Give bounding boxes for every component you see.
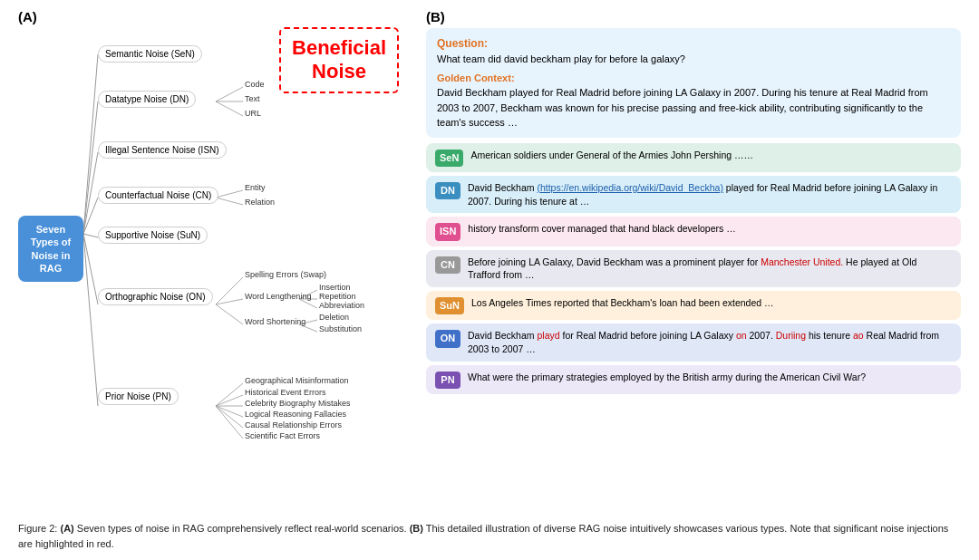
sun-badge: SuN <box>435 297 464 314</box>
on-text: David Beckham playd for Real Madrid befo… <box>468 329 952 355</box>
sen-badge: SeN <box>435 150 463 167</box>
isn-row: ISN history transform cover managed that… <box>426 217 961 246</box>
tree-area: Seven Types of Noise in RAG Semantic Noi… <box>18 25 399 460</box>
panel-b-label: (B) <box>426 9 961 24</box>
pn-text: What were the primary strategies employe… <box>468 371 952 384</box>
golden-label: Golden Context: <box>437 71 950 86</box>
on-ws: Word Shortening <box>245 317 305 326</box>
dn-badge: DN <box>435 182 460 199</box>
svg-line-20 <box>216 383 243 406</box>
sun-node: Supportive Noise (SuN) <box>98 227 208 244</box>
svg-line-12 <box>216 277 243 304</box>
svg-line-21 <box>216 395 243 406</box>
panel-b: (B) Question: What team did david beckha… <box>417 9 961 517</box>
caption: Figure 2: (A) Seven types of noise in RA… <box>18 521 961 551</box>
cn-relation: Relation <box>245 198 275 207</box>
dn-code: Code <box>245 80 265 89</box>
svg-line-10 <box>216 190 243 198</box>
sen-node: Semantic Noise (SeN) <box>98 45 202 63</box>
svg-line-2 <box>83 152 98 234</box>
on-badge: ON <box>435 330 460 347</box>
pn-logic: Logical Reasoning Fallacies <box>245 410 346 419</box>
cn-row: CN Before joining LA Galaxy, David Beckh… <box>426 250 961 287</box>
sun-row: SuN Los Angeles Times reported that Beck… <box>426 291 961 320</box>
main-container: (A) BeneficialNoise <box>0 0 979 560</box>
sun-text: Los Angeles Times reported that Beckham'… <box>471 296 952 310</box>
question-text: What team did david beckham play for bef… <box>437 52 950 67</box>
sen-text: American soldiers under General of the A… <box>470 149 952 162</box>
wl-insertion: Insertion <box>319 283 351 292</box>
sen-row: SeN American soldiers under General of t… <box>426 143 961 172</box>
dn-link: (https://en.wikipedia.org/wiki/David_Bec… <box>537 182 722 193</box>
question-label: Question: <box>437 35 950 52</box>
wl-abbrev: Abbreviation <box>319 301 364 310</box>
pn-causal: Causal Relationship Errors <box>245 420 342 430</box>
caption-b-bold: (B) <box>410 523 423 534</box>
pn-geo: Geographical Misinformation <box>245 376 349 385</box>
panel-a: (A) BeneficialNoise <box>18 9 408 517</box>
svg-line-4 <box>83 234 98 237</box>
cn-entity: Entity <box>245 183 266 192</box>
cn-text: Before joining LA Galaxy, David Beckham … <box>468 256 952 282</box>
svg-line-17 <box>216 304 243 324</box>
svg-line-11 <box>216 198 243 205</box>
on-playd: playd <box>537 330 559 341</box>
content-row: (A) BeneficialNoise <box>18 9 961 517</box>
panel-a-label: (A) <box>18 9 37 24</box>
cn-badge: CN <box>435 256 460 274</box>
isn-node: Illegal Sentence Noise (ISN) <box>98 141 227 159</box>
wl-repetition: Repetition <box>319 292 356 301</box>
dn-row: DN David Beckham (https://en.wikipedia.o… <box>426 176 961 213</box>
svg-line-13 <box>216 299 243 304</box>
pn-node: Prior Noise (PN) <box>98 388 179 405</box>
ws-subst: Substitution <box>319 324 362 333</box>
pn-row: PN What were the primary strategies empl… <box>426 365 961 394</box>
cn-highlight: Manchester United. <box>761 256 843 267</box>
on-wl: Word Lengthening <box>245 292 311 301</box>
dn-url: URL <box>245 109 261 118</box>
svg-line-24 <box>216 406 243 428</box>
svg-line-1 <box>83 101 98 234</box>
golden-text: David Beckham played for Real Madrid bef… <box>437 85 950 130</box>
svg-line-23 <box>216 406 243 417</box>
root-node: Seven Types of Noise in RAG <box>18 216 83 282</box>
ws-deletion: Deletion <box>319 313 349 322</box>
svg-line-9 <box>216 101 243 116</box>
caption-a-bold: (A) <box>60 523 73 534</box>
isn-text: history transform cover managed that han… <box>468 222 952 236</box>
dn-node: Datatype Noise (DN) <box>98 91 196 108</box>
on-row: ON David Beckham playd for Real Madrid b… <box>426 323 961 361</box>
cn-node: Counterfactual Noise (CN) <box>98 187 218 204</box>
question-box: Question: What team did david beckham pl… <box>426 28 961 138</box>
svg-line-0 <box>83 54 98 234</box>
isn-badge: ISN <box>435 223 460 240</box>
on-duriing: Duriing <box>776 330 806 341</box>
on-ao: ao <box>853 330 864 341</box>
on-spelling: Spelling Errors (Swap) <box>245 270 326 279</box>
dn-text: Text <box>245 94 260 103</box>
pn-sci: Scientific Fact Errors <box>245 431 320 440</box>
pn-badge: PN <box>435 372 460 389</box>
svg-line-5 <box>83 234 98 304</box>
dn-text: David Beckham (https://en.wikipedia.org/… <box>468 181 952 208</box>
on-on: on <box>736 330 747 341</box>
pn-celeb: Celebrity Biography Mistakes <box>245 399 351 408</box>
pn-hist: Historical Event Errors <box>245 388 326 397</box>
svg-line-25 <box>216 406 243 439</box>
on-node: Orthographic Noise (ON) <box>98 288 213 305</box>
svg-line-7 <box>216 87 243 101</box>
svg-line-3 <box>83 198 98 234</box>
svg-line-6 <box>83 234 98 406</box>
